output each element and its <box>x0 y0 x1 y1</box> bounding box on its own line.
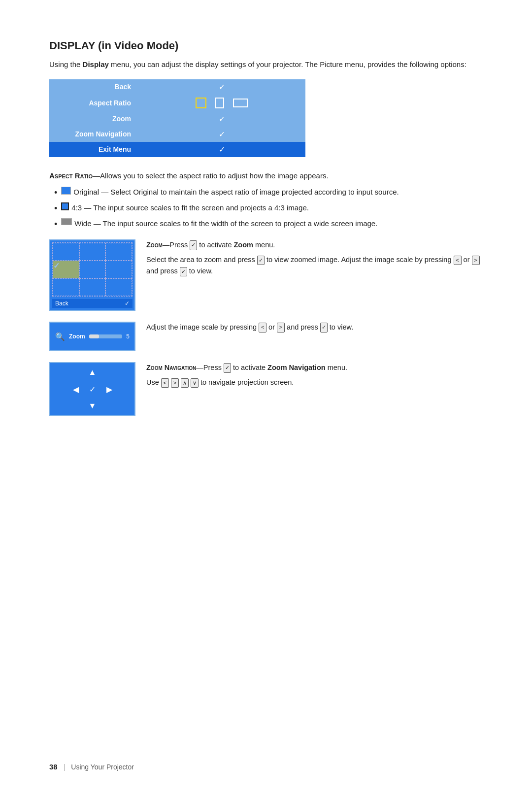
nav-key-left: < <box>161 378 169 388</box>
zoom-right-key: > <box>472 256 480 266</box>
zoom-grid-image: ✓ Back ✓ <box>49 239 135 311</box>
footer-section-title: Using Your Projector <box>71 763 134 771</box>
zoom-cell-8 <box>79 278 106 296</box>
zoom-cell-3 <box>105 243 132 261</box>
nav-cell-check: ✓ <box>85 381 100 397</box>
menu-content-aspect <box>138 95 305 111</box>
zoom-para-2: Select the area to zoom and press ✓ to v… <box>146 254 483 277</box>
zoom-cell-7 <box>53 278 79 296</box>
icon-43 <box>61 202 69 210</box>
aspect-ratio-bullets: • Original — Select Original to maintain… <box>54 187 483 231</box>
bullet-wide: • Wide — The input source scales to fit … <box>54 218 483 231</box>
zoom-left-key: < <box>454 256 462 266</box>
menu-label-exit: Exit Menu <box>49 142 138 157</box>
zoom-para-1: Zoom—Press ✓ to activate Zoom menu. <box>146 239 483 251</box>
zoom-nav-term: Zoom Navigation <box>146 364 196 371</box>
menu-content-back: ✓ <box>138 79 305 95</box>
menu-row-exit: Exit Menu ✓ <box>49 142 305 157</box>
zoom-nav-para-1: Zoom Navigation—Press ✓ to activate Zoom… <box>146 362 347 373</box>
check-icon-zoom: ✓ <box>219 115 225 123</box>
nav-arrows-grid: ▲ ◀ ✓ ▶ ▼ <box>68 365 117 414</box>
nav-cell-tl <box>68 365 84 380</box>
zoom-slider-value: 5 <box>126 333 130 340</box>
aspect-ratio-icons <box>145 98 299 108</box>
zoom-slider-section: 🔍 Zoom 5 Adjust the image scale by press… <box>49 322 483 351</box>
bullet-original-text: Original — Select Original to maintain t… <box>73 187 399 198</box>
zoom-cell-6 <box>105 261 132 278</box>
ar-icon-wide <box>233 99 248 107</box>
ar-icon-original <box>196 98 206 108</box>
menu-label-aspect: Aspect Ratio <box>49 95 138 111</box>
slider-check-key: ✓ <box>320 323 328 332</box>
zoom-cell-2 <box>79 243 106 261</box>
zoom-nav-press-key: ✓ <box>224 363 231 373</box>
zoom-nav-section: ▲ ◀ ✓ ▶ ▼ Zoom Navigation—Press ✓ to act… <box>49 362 483 416</box>
ar-icon-43 <box>215 98 224 108</box>
zoom-nav-description: Zoom Navigation—Press ✓ to activate Zoom… <box>146 362 347 388</box>
page-footer: 38 | Using Your Projector <box>49 763 483 771</box>
nav-cell-down: ▼ <box>85 398 100 414</box>
zoom-slider-para: Adjust the image scale by pressing < or … <box>146 322 353 333</box>
nav-cell-left: ◀ <box>68 381 84 397</box>
footer-separator: | <box>64 763 66 771</box>
nav-key-right: > <box>171 378 179 388</box>
menu-content-exit: ✓ <box>138 142 305 157</box>
zoom-back-bar: Back ✓ <box>52 299 133 308</box>
aspect-ratio-description: Aspect Ratio—Allows you to select the as… <box>49 170 483 182</box>
nav-key-up: ∧ <box>181 378 189 388</box>
check-icon-exit: ✓ <box>219 145 225 154</box>
menu-label-zoom: Zoom <box>49 111 138 127</box>
nav-cell-up: ▲ <box>85 365 100 380</box>
zoom-nav-image: ▲ ◀ ✓ ▶ ▼ <box>49 362 135 416</box>
aspect-ratio-section: Aspect Ratio—Allows you to select the as… <box>49 170 483 231</box>
zoom-section: ✓ Back ✓ Zoom—Press ✓ to activate Zoom m… <box>49 239 483 311</box>
menu-row-aspect: Aspect Ratio <box>49 95 305 111</box>
check-icon-back: ✓ <box>219 83 225 91</box>
zoom-slider-fill <box>89 334 99 338</box>
bullet-wide-text: Wide — The input source scales to fit th… <box>74 218 377 230</box>
bullet-43: • 4:3 — The input source scales to fit t… <box>54 202 483 215</box>
nav-key-down: ∨ <box>191 378 199 388</box>
zoom-cell-5 <box>79 261 106 278</box>
zoom-term: Zoom <box>146 241 163 249</box>
zoom-description: Zoom—Press ✓ to activate Zoom menu. Sele… <box>146 239 483 277</box>
zoom-cell-check: ✓ <box>53 262 60 270</box>
bullet-original: • Original — Select Original to maintain… <box>54 187 483 199</box>
zoom-select-key: ✓ <box>257 256 265 266</box>
zoom-slider-description: Adjust the image scale by pressing < or … <box>146 322 353 333</box>
nav-cell-right: ▶ <box>101 381 117 397</box>
menu-row-zoom: Zoom ✓ <box>49 111 305 127</box>
menu-row-back: Back ✓ <box>49 79 305 95</box>
nav-cell-tr <box>101 365 117 380</box>
search-icon: 🔍 <box>55 332 65 341</box>
zoom-nav-para-2: Use < > ∧ ∨ to navigate projection scree… <box>146 377 347 388</box>
nav-cell-br <box>101 398 117 414</box>
zoom-cell-9 <box>105 278 132 296</box>
display-menu-table: Back ✓ Aspect Ratio Zoom ✓ Zoom Navigati… <box>49 79 305 157</box>
zoom-back-check: ✓ <box>125 300 130 307</box>
menu-content-zoom: ✓ <box>138 111 305 127</box>
page-title: DISPLAY (in Video Mode) <box>49 39 483 52</box>
slider-left-key: < <box>259 323 266 332</box>
zoom-press-key-1: ✓ <box>190 240 197 250</box>
zoom-cell-4-active: ✓ <box>53 261 79 278</box>
zoom-grid: ✓ <box>52 242 133 297</box>
menu-label-back: Back <box>49 79 138 95</box>
zoom-label: Zoom <box>69 333 85 340</box>
zoom-slider-track <box>89 334 123 338</box>
zoom-press-key-2: ✓ <box>180 267 187 277</box>
zoom-slider-image: 🔍 Zoom 5 <box>49 322 135 351</box>
aspect-ratio-term: Aspect Ratio <box>49 171 93 180</box>
check-icon-zoom-nav: ✓ <box>219 130 225 138</box>
intro-text: Using the Display menu, you can adjust t… <box>49 59 483 70</box>
icon-wide <box>61 218 72 225</box>
icon-original <box>61 187 71 195</box>
menu-content-zoom-nav: ✓ <box>138 127 305 142</box>
menu-label-zoom-nav: Zoom Navigation <box>49 127 138 142</box>
slider-right-key: > <box>277 323 285 332</box>
bullet-43-text: 4:3 — The input source scales to fit the… <box>71 202 309 214</box>
nav-cell-bl <box>68 398 84 414</box>
zoom-cell-1 <box>53 243 79 261</box>
zoom-back-label: Back <box>55 300 68 307</box>
menu-row-zoom-nav: Zoom Navigation ✓ <box>49 127 305 142</box>
